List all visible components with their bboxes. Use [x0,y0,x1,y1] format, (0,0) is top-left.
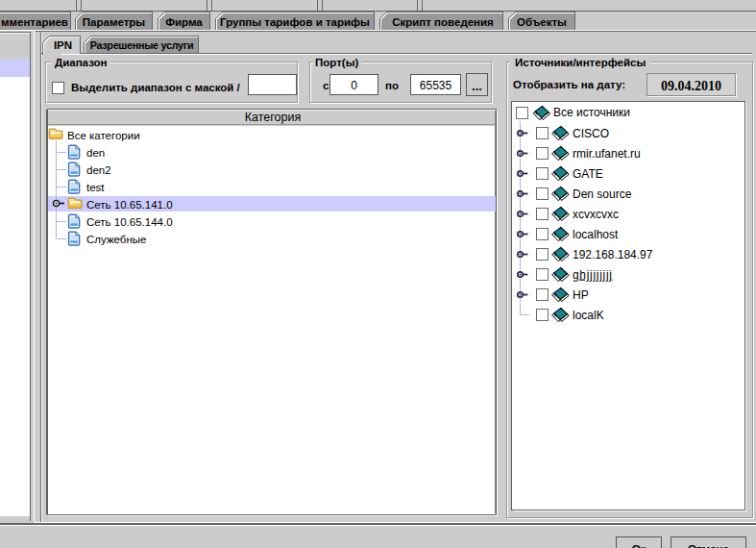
svg-text:с: с [323,80,329,91]
svg-text:...: ... [472,79,482,93]
svg-text:Сеть 10.65.141.0: Сеть 10.65.141.0 [86,199,173,211]
svg-text:rmir.ufanet.ru: rmir.ufanet.ru [573,147,641,161]
svg-text:Отмена: Отмена [688,543,729,548]
svg-text:Категория: Категория [245,111,301,124]
svg-text:Порт(ы): Порт(ы) [315,57,358,68]
svg-text:09.04.2010: 09.04.2010 [661,79,721,93]
svg-text:den2: den2 [86,164,111,176]
svg-text:Объекты: Объекты [517,16,567,28]
svg-text:Разрешенные услуги: Разрешенные услуги [90,39,194,51]
svg-text:test: test [86,182,105,193]
svg-text:Выделить диапазон с маской /: Выделить диапазон с маской / [71,82,241,93]
svg-text:Диапазон: Диапазон [55,57,108,68]
svg-text:Служебные: Служебные [86,234,146,245]
svg-text:0: 0 [351,79,357,92]
svg-text:CISCO: CISCO [573,127,609,140]
svg-text:Группы тарифов и тарифы: Группы тарифов и тарифы [220,16,370,28]
svg-text:65535: 65535 [420,79,452,92]
svg-text:Сеть 10.65.144.0: Сеть 10.65.144.0 [86,216,173,228]
svg-text:xcvxcvxc: xcvxcvxc [573,208,619,221]
svg-text:мментариев: мментариев [1,16,68,28]
svg-text:Все источники: Все источники [553,106,630,119]
svg-text:localhost: localhost [573,228,619,241]
svg-text:localK: localK [573,309,604,322]
svg-text:Фирма: Фирма [165,16,203,28]
svg-text:Den source: Den source [573,187,632,201]
svg-text:по: по [385,80,399,91]
svg-text:Источники/интерфейсы: Источники/интерфейсы [515,57,646,68]
svg-text:ghjjjjjjjj: ghjjjjjjjj [573,268,613,282]
svg-text:Скрипт поведения: Скрипт поведения [392,16,494,28]
svg-text:192.168.184.97: 192.168.184.97 [573,248,653,262]
svg-text:Все категории: Все категории [67,130,140,141]
svg-text:GATE: GATE [573,167,603,181]
svg-text:Отобразить на дату:: Отобразить на дату: [513,79,625,90]
svg-text:Ок: Ок [632,543,646,548]
svg-text:IPN: IPN [54,39,72,51]
svg-text:den: den [86,147,105,159]
svg-text:HP: HP [573,288,589,302]
svg-text:Параметры: Параметры [83,16,145,28]
